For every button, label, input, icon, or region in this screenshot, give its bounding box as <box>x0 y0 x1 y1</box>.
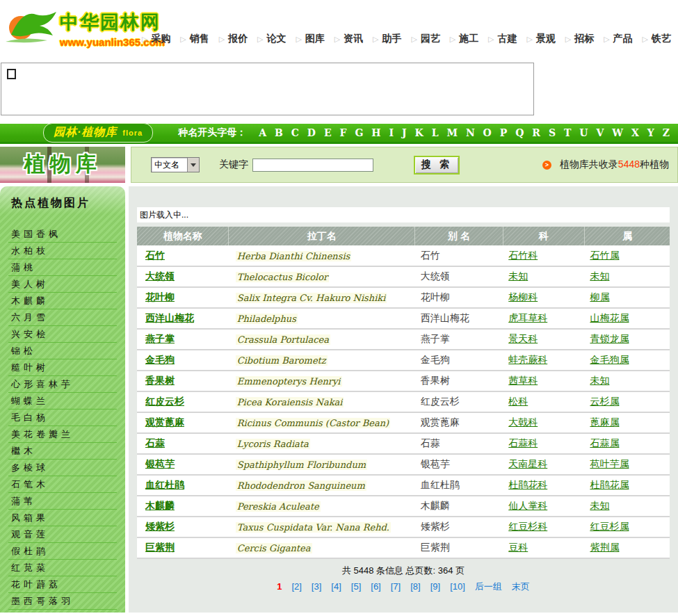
letter-link-e[interactable]: E <box>324 127 332 138</box>
letter-link-k[interactable]: K <box>415 127 423 138</box>
letter-link-j[interactable]: J <box>402 127 407 138</box>
pagination-page-link[interactable]: [2] <box>291 581 301 592</box>
sidebar-plant-link[interactable]: 糙叶树 <box>8 359 117 376</box>
plant-name-link[interactable]: 观赏蓖麻 <box>145 416 184 428</box>
letter-link-m[interactable]: M <box>446 127 458 138</box>
keyword-input[interactable] <box>252 159 373 172</box>
sidebar-plant-link[interactable]: 石笔木 <box>8 476 117 493</box>
family-link[interactable]: 杜鹃花科 <box>508 479 547 490</box>
letter-link-g[interactable]: G <box>355 127 363 138</box>
dropdown-arrow-icon[interactable] <box>187 158 199 172</box>
family-link[interactable]: 大戟科 <box>508 416 538 428</box>
sidebar-plant-link[interactable]: 蝴蝶兰 <box>8 393 117 410</box>
letter-link-u[interactable]: U <box>579 127 588 138</box>
sidebar-plant-link[interactable]: 心形喜林芋 <box>8 376 117 393</box>
nav-item[interactable]: ▷招标 <box>565 33 594 45</box>
plant-name-link[interactable]: 金毛狗 <box>145 354 175 365</box>
sidebar-plant-link[interactable]: 檵木 <box>8 443 117 460</box>
nav-item[interactable]: ▷施工 <box>450 33 478 45</box>
pagination-last-page[interactable]: 末页 <box>512 581 530 592</box>
family-link[interactable]: 杨柳科 <box>508 291 538 302</box>
pagination-page-link[interactable]: [10] <box>450 581 465 592</box>
flora-section-badge[interactable]: 园林·植物库 flora <box>43 123 153 143</box>
sidebar-plant-link[interactable]: 风箱果 <box>8 510 117 526</box>
plant-name-link[interactable]: 银苞芋 <box>145 458 175 469</box>
sidebar-plant-link[interactable]: 六月雪 <box>8 309 117 326</box>
sidebar-plant-link[interactable]: 假杜鹃 <box>8 543 117 560</box>
sidebar-plant-link[interactable]: 花叶薜荔 <box>8 576 117 593</box>
pagination-page-link[interactable]: [6] <box>371 581 380 592</box>
genus-link[interactable]: 紫荆属 <box>590 542 619 553</box>
nav-item[interactable]: ▷古建 <box>488 33 517 45</box>
nav-item[interactable]: ▷销售 <box>180 33 209 45</box>
pagination-page-link[interactable]: [4] <box>331 581 341 592</box>
sidebar-plant-link[interactable]: 兴安桧 <box>8 326 117 343</box>
genus-link[interactable]: 石竹属 <box>590 250 619 261</box>
sidebar-plant-link[interactable]: 多棱球 <box>8 460 117 476</box>
genus-link[interactable]: 苞叶芋属 <box>590 458 629 469</box>
family-link[interactable]: 蚌壳蕨科 <box>508 354 547 365</box>
nav-item[interactable]: ▷采购 <box>142 33 170 45</box>
plant-name-link[interactable]: 巨紫荆 <box>145 542 175 553</box>
family-link[interactable]: 松科 <box>508 396 528 407</box>
letter-link-a[interactable]: A <box>259 127 266 138</box>
letter-link-n[interactable]: N <box>466 127 475 138</box>
family-link[interactable]: 石蒜科 <box>508 437 538 448</box>
genus-link[interactable]: 云杉属 <box>590 396 619 407</box>
letter-link-d[interactable]: D <box>307 127 316 138</box>
sidebar-plant-link[interactable]: 红苋菜 <box>8 560 117 576</box>
sidebar-plant-link[interactable]: 美人树 <box>8 276 117 293</box>
sidebar-plant-link[interactable]: 蒲苇 <box>8 493 117 510</box>
genus-link[interactable]: 未知 <box>590 375 609 386</box>
genus-link[interactable]: 杜鹃花属 <box>590 479 629 490</box>
letter-link-o[interactable]: O <box>483 127 492 138</box>
sidebar-plant-link[interactable]: 美国香枫 <box>8 226 117 243</box>
plant-name-link[interactable]: 大统领 <box>145 270 175 282</box>
nav-item[interactable]: ▷论文 <box>257 33 286 45</box>
family-link[interactable]: 仙人掌科 <box>508 500 547 511</box>
nav-item[interactable]: ▷景观 <box>526 33 555 45</box>
family-link[interactable]: 茜草科 <box>508 375 538 386</box>
sidebar-plant-link[interactable]: 墨西哥落羽 <box>8 593 117 610</box>
letter-link-p[interactable]: P <box>500 127 508 138</box>
sidebar-plant-link[interactable]: 美花卷瓣兰 <box>8 426 117 443</box>
plant-name-link[interactable]: 红皮云杉 <box>145 396 184 407</box>
plant-name-link[interactable]: 西洋山梅花 <box>145 312 194 323</box>
genus-link[interactable]: 山梅花属 <box>590 312 629 323</box>
search-button[interactable]: 搜 索 <box>414 156 460 175</box>
plant-name-link[interactable]: 矮紫杉 <box>145 521 175 532</box>
family-link[interactable]: 石竹科 <box>508 250 538 261</box>
genus-link[interactable]: 柳属 <box>590 291 609 302</box>
pagination-page-link[interactable]: [9] <box>430 581 440 592</box>
genus-link[interactable]: 未知 <box>590 270 609 282</box>
letter-link-x[interactable]: X <box>631 127 639 138</box>
nav-item[interactable]: ▷产品 <box>604 33 632 45</box>
nav-item[interactable]: ▷报价 <box>219 33 248 45</box>
family-link[interactable]: 虎耳草科 <box>508 312 547 323</box>
nav-item[interactable]: ▷图库 <box>296 33 324 45</box>
letter-link-r[interactable]: R <box>532 127 540 138</box>
plant-name-link[interactable]: 香果树 <box>145 375 175 386</box>
pagination-page-link[interactable]: [8] <box>410 581 420 592</box>
plant-name-link[interactable]: 石蒜 <box>145 437 165 448</box>
pagination-next-group[interactable]: 后一组 <box>475 581 502 592</box>
letter-link-b[interactable]: B <box>275 127 283 138</box>
letter-link-z[interactable]: Z <box>663 127 670 138</box>
genus-link[interactable]: 青锁龙属 <box>590 333 629 344</box>
family-link[interactable]: 未知 <box>508 270 528 282</box>
nav-item[interactable]: ▷园艺 <box>411 33 439 45</box>
plant-name-link[interactable]: 燕子掌 <box>145 333 175 344</box>
plant-name-link[interactable]: 石竹 <box>145 250 165 261</box>
letter-link-i[interactable]: I <box>389 127 394 138</box>
family-link[interactable]: 红豆杉科 <box>508 521 547 532</box>
pagination-page-link[interactable]: [3] <box>312 581 321 592</box>
plant-name-link[interactable]: 花叶柳 <box>145 291 175 302</box>
nav-item[interactable]: ▷资讯 <box>334 33 363 45</box>
letter-link-f[interactable]: F <box>340 127 347 138</box>
genus-link[interactable]: 红豆杉属 <box>590 521 629 532</box>
family-link[interactable]: 豆科 <box>508 542 528 553</box>
letter-link-v[interactable]: V <box>597 127 604 138</box>
genus-link[interactable]: 未知 <box>590 500 609 511</box>
nav-item[interactable]: ▷铁艺 <box>642 33 670 45</box>
letter-link-q[interactable]: Q <box>515 127 524 138</box>
